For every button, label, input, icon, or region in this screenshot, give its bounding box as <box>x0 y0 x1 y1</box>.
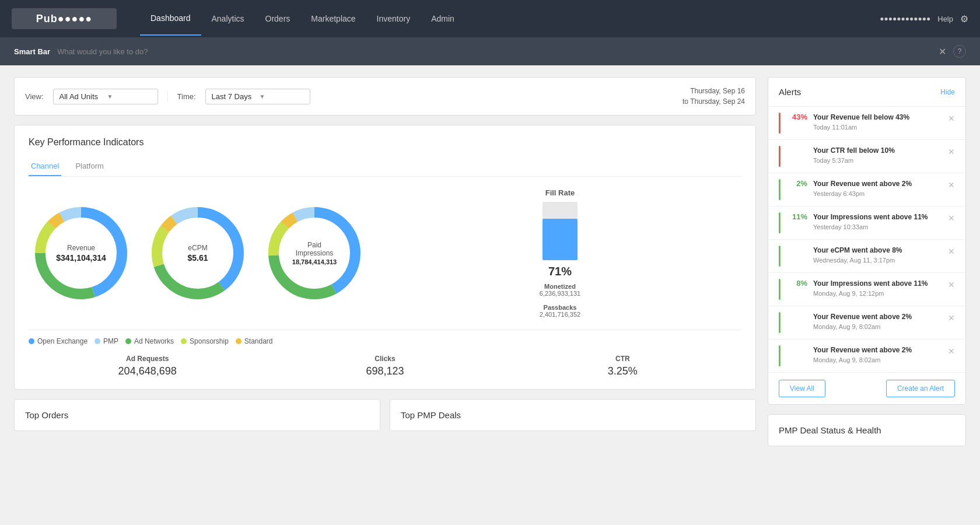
stat-ad-requests-value: 204,648,698 <box>29 365 266 377</box>
legend-label-pmp: PMP <box>103 337 118 345</box>
nav-admin[interactable]: Admin <box>421 2 465 35</box>
alert-indicator-green <box>779 179 780 200</box>
legend-label-standard: Standard <box>244 337 273 345</box>
alert-msg: Your CTR fell below 10% <box>813 146 942 156</box>
revenue-label: Revenue $341,104,314 <box>56 244 106 262</box>
fill-rate-pct: 71% <box>548 265 572 278</box>
alert-msg: Your Impressions went above 11% <box>813 212 942 222</box>
stat-ctr-label: CTR <box>504 355 741 363</box>
alert-indicator-green <box>779 246 780 267</box>
alert-indicator-green <box>779 212 780 233</box>
stat-ad-requests: Ad Requests 204,648,698 <box>29 355 266 377</box>
alert-indicator-red <box>779 113 780 134</box>
stat-clicks-label: Clicks <box>266 355 503 363</box>
alert-msg: Your Revenue went above 2% <box>813 345 942 355</box>
tab-platform[interactable]: Platform <box>73 157 106 176</box>
stat-clicks-value: 698,123 <box>266 365 503 377</box>
alert-close-icon[interactable]: ✕ <box>948 180 955 190</box>
date-range: Thursday, Sep 16 to Thursday, Sep 24 <box>682 86 745 107</box>
left-panel: View: All Ad Units ▼ Time: Last 7 Days ▼… <box>14 77 756 446</box>
alert-indicator-red <box>779 146 780 167</box>
alert-close-icon[interactable]: ✕ <box>948 280 955 289</box>
impressions-value: 18,784,414,313 <box>288 258 341 265</box>
legend-open-exchange: Open Exchange <box>29 337 88 345</box>
alert-pct: 8% <box>786 279 807 288</box>
alert-msg: Your eCPM went above 8% <box>813 246 942 256</box>
impressions-label: Paid Impressions 18,784,414,313 <box>288 241 341 265</box>
top-orders-title: Top Orders <box>25 410 369 420</box>
impressions-chart: Paid Impressions 18,784,414,313 <box>262 201 367 306</box>
alerts-panel: Alerts Hide 43% Your Revenue fell below … <box>768 77 966 405</box>
legend-pmp: PMP <box>94 337 118 345</box>
chevron-down-icon: ▼ <box>107 93 152 100</box>
alert-close-icon[interactable]: ✕ <box>948 147 955 156</box>
alert-time: Wednesday, Aug 11, 3:17pm <box>813 257 942 264</box>
fill-rate-title: Fill Rate <box>545 188 575 197</box>
stat-clicks: Clicks 698,123 <box>266 355 503 377</box>
smart-bar-input[interactable] <box>57 47 932 56</box>
alert-item: 11% Your Impressions went above 11% Yest… <box>768 206 965 240</box>
legend-dot-pmp <box>94 338 100 344</box>
kpi-charts-row: Revenue $341,104,314 eCPM <box>29 188 741 330</box>
create-alert-button[interactable]: Create an Alert <box>886 380 955 397</box>
nav-orders[interactable]: Orders <box>255 2 301 35</box>
right-panel: Alerts Hide 43% Your Revenue fell below … <box>768 77 966 446</box>
top-pmp-deals-card: Top PMP Deals <box>390 399 756 431</box>
legend-sponsorship: Sponsorship <box>181 337 229 345</box>
top-orders-card: Top Orders <box>14 399 380 431</box>
alert-text: Your CTR fell below 10% Today 5:37am <box>813 146 942 164</box>
alert-item: Your eCPM went above 8% Wednesday, Aug 1… <box>768 240 965 273</box>
fill-rate-bar <box>542 219 578 260</box>
kpi-tabs: Channel Platform <box>29 157 741 177</box>
nav-right: ●●●●●●●●●●●● Help ⚙ <box>880 13 968 24</box>
alert-item: 8% Your Impressions went above 11% Monda… <box>768 273 965 306</box>
nav-dashboard[interactable]: Dashboard <box>140 2 201 36</box>
close-icon[interactable]: ✕ <box>939 46 946 57</box>
gear-icon[interactable]: ⚙ <box>960 13 968 24</box>
time-select-value: Last 7 Days <box>212 92 256 101</box>
legend-label-ad-networks: Ad Networks <box>134 337 174 345</box>
alert-close-icon[interactable]: ✕ <box>948 214 955 223</box>
alerts-hide-button[interactable]: Hide <box>940 88 955 96</box>
nav-user: ●●●●●●●●●●●● <box>880 15 930 23</box>
pmp-deal-status-title: PMP Deal Status & Health <box>779 425 955 435</box>
alert-close-icon[interactable]: ✕ <box>948 313 955 323</box>
view-select[interactable]: All Ad Units ▼ <box>53 89 158 104</box>
view-select-value: All Ad Units <box>60 92 104 101</box>
legend-label-open-exchange: Open Exchange <box>37 337 88 345</box>
kpi-stats-row: Ad Requests 204,648,698 Clicks 698,123 C… <box>29 355 741 377</box>
alert-close-icon[interactable]: ✕ <box>948 114 955 123</box>
alert-item: Your CTR fell below 10% Today 5:37am ✕ <box>768 140 965 173</box>
alert-text: Your Revenue went above 2% Monday, Aug 9… <box>813 345 942 363</box>
ecpm-name: eCPM <box>187 244 208 252</box>
nav-analytics[interactable]: Analytics <box>201 2 255 35</box>
alert-text: Your Revenue went above 2% Yesterday 6:4… <box>813 179 942 197</box>
impressions-name: Paid Impressions <box>288 241 341 257</box>
chart-legend: Open Exchange PMP Ad Networks Sponsorshi… <box>29 337 741 345</box>
legend-ad-networks: Ad Networks <box>125 337 174 345</box>
fill-rate-bar-container <box>542 202 578 260</box>
smart-bar: Smart Bar ✕ ? <box>0 37 980 65</box>
alert-close-icon[interactable]: ✕ <box>948 247 955 256</box>
revenue-chart: Revenue $341,104,314 <box>29 201 134 306</box>
view-all-button[interactable]: View All <box>779 380 825 397</box>
help-link[interactable]: Help <box>937 15 953 23</box>
smart-bar-right: ✕ ? <box>939 45 966 58</box>
fill-rate-passbacks: Passbacks 2,401,716,352 <box>540 304 580 318</box>
nav-marketplace[interactable]: Marketplace <box>300 2 366 35</box>
legend-label-sponsorship: Sponsorship <box>190 337 229 345</box>
tab-channel[interactable]: Channel <box>29 157 61 176</box>
stat-ad-requests-label: Ad Requests <box>29 355 266 363</box>
alert-item: 2% Your Revenue went above 2% Yesterday … <box>768 173 965 206</box>
alert-close-icon[interactable]: ✕ <box>948 346 955 356</box>
alert-indicator-green <box>779 312 780 333</box>
ecpm-label: eCPM $5.61 <box>187 244 208 262</box>
nav-inventory[interactable]: Inventory <box>366 2 421 35</box>
alerts-header: Alerts Hide <box>768 78 965 107</box>
help-icon[interactable]: ? <box>953 45 966 58</box>
time-select[interactable]: Last 7 Days ▼ <box>205 89 310 104</box>
ecpm-value: $5.61 <box>187 253 208 262</box>
main-content: View: All Ad Units ▼ Time: Last 7 Days ▼… <box>0 65 980 458</box>
logo-text: Pub●●●●● <box>36 13 92 25</box>
alert-pct: 43% <box>786 113 807 121</box>
